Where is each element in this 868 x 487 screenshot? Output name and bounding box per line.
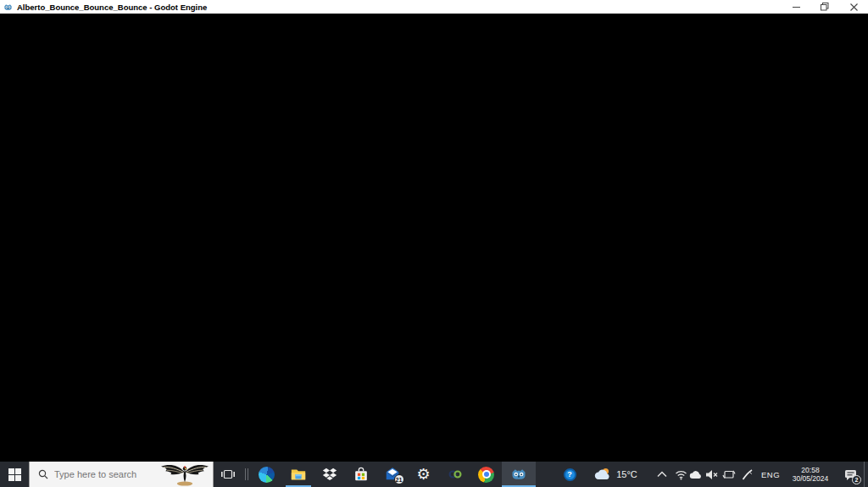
pen-icon — [741, 468, 754, 481]
taskbar-app-file-explorer[interactable] — [282, 462, 314, 487]
window-title: Alberto_Bounce_Bounce_Bounce - Godot Eng… — [17, 3, 207, 12]
wifi-icon — [675, 469, 687, 480]
window-titlebar: Alberto_Bounce_Bounce_Bounce - Godot Eng… — [0, 0, 868, 14]
taskbar: 21 ⚙ ? — [0, 462, 868, 487]
weather-cloud-icon — [593, 467, 612, 482]
weather-widget[interactable]: 15°C — [587, 462, 644, 487]
task-view-icon — [220, 467, 236, 482]
clock-date: 30/05/2024 — [793, 474, 829, 483]
settings-gear-icon: ⚙ — [416, 467, 430, 482]
chevron-up-icon — [657, 471, 667, 478]
search-icon — [38, 469, 48, 479]
taskbar-app-mail[interactable]: 21 — [376, 462, 408, 487]
windows-ink-tray-button[interactable] — [737, 462, 757, 487]
restore-button[interactable] — [810, 0, 839, 14]
volume-muted-icon — [705, 469, 718, 480]
temperature-label: 15°C — [616, 469, 637, 479]
language-label: ENG — [761, 470, 780, 479]
notification-count-badge: 2 — [852, 475, 861, 484]
taskbar-separator — [242, 462, 251, 487]
search-input[interactable] — [54, 469, 164, 479]
network-tray-button[interactable] — [673, 462, 688, 487]
show-desktop-button[interactable] — [864, 462, 868, 487]
godot-icon — [510, 466, 527, 483]
taskbar-app-edge[interactable] — [251, 462, 282, 487]
minimize-icon — [793, 3, 800, 11]
close-icon — [850, 3, 858, 11]
taskbar-app-chrome[interactable] — [470, 462, 502, 487]
onedrive-tray-button[interactable] — [688, 462, 704, 487]
godot-window-icon — [3, 3, 13, 12]
clock-time: 20:58 — [801, 466, 819, 474]
desktop-screen: Alberto_Bounce_Bounce_Bounce - Godot Eng… — [0, 0, 868, 487]
language-indicator[interactable]: ENG — [757, 462, 784, 487]
mail-unread-badge: 21 — [394, 474, 404, 484]
clock-tray-button[interactable]: 20:58 30/05/2024 — [784, 462, 837, 487]
taskbar-app-dropbox[interactable] — [314, 462, 345, 487]
dropbox-icon — [321, 466, 338, 483]
infinity-app-icon — [447, 466, 464, 483]
search-box[interactable] — [29, 462, 214, 487]
display-sync-tray-button[interactable] — [720, 462, 737, 487]
onedrive-cloud-icon — [689, 470, 703, 479]
game-viewport[interactable] — [0, 14, 868, 462]
file-explorer-icon — [290, 466, 307, 483]
close-button[interactable] — [839, 0, 868, 14]
help-icon: ? — [564, 468, 576, 481]
system-tray: ? 15°C — [553, 462, 868, 487]
search-highlight-bird-image[interactable] — [159, 462, 211, 486]
minimize-button[interactable] — [782, 0, 810, 14]
edge-icon — [259, 467, 275, 483]
windows-logo-icon — [8, 468, 21, 481]
help-tray-button[interactable]: ? — [553, 462, 587, 487]
microsoft-store-icon — [353, 466, 370, 483]
volume-tray-button[interactable] — [704, 462, 720, 487]
taskbar-app-godot[interactable] — [502, 462, 536, 487]
display-sync-icon — [722, 468, 736, 480]
taskbar-app-settings[interactable]: ⚙ — [408, 462, 439, 487]
start-button[interactable] — [0, 462, 29, 487]
chrome-icon — [478, 467, 494, 483]
task-view-button[interactable] — [214, 462, 242, 487]
show-hidden-icons-button[interactable] — [651, 462, 673, 487]
taskbar-app-infinity[interactable] — [439, 462, 470, 487]
taskbar-app-microsoft-store[interactable] — [345, 462, 376, 487]
restore-icon — [821, 3, 829, 11]
action-center-button[interactable]: 2 — [837, 462, 864, 487]
